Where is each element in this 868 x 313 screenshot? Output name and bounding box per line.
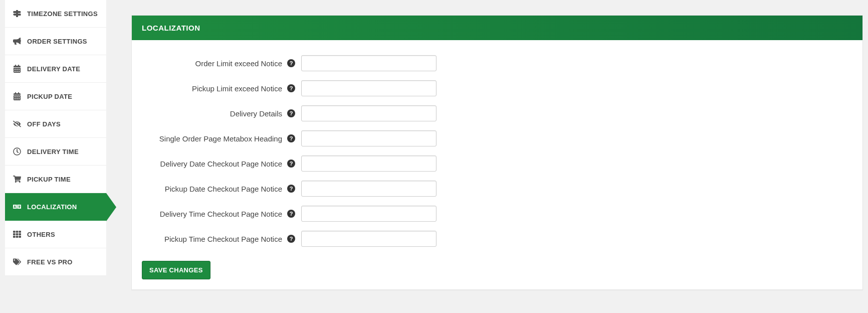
help-icon[interactable]: ? [287, 84, 295, 92]
delivery-details-input[interactable] [301, 105, 437, 121]
form-row-delivery-time-checkout-page-notice: Delivery Time Checkout Page Notice ? [142, 206, 852, 222]
sidebar-item-label: TIMEZONE SETTINGS [27, 10, 98, 18]
grid-icon [12, 230, 22, 238]
help-icon[interactable]: ? [287, 185, 295, 193]
help-icon[interactable]: ? [287, 59, 295, 67]
calendar-icon [12, 65, 22, 73]
sidebar-item-delivery-time[interactable]: DELIVERY TIME [5, 138, 106, 166]
field-label: Delivery Date Checkout Page Notice [142, 160, 287, 168]
single-order-page-metabox-heading-input[interactable] [301, 130, 437, 146]
help-icon[interactable]: ? [287, 235, 295, 243]
main-content: LOCALIZATION Order Limit exceed Notice ?… [106, 0, 863, 313]
save-changes-button[interactable]: SAVE CHANGES [142, 261, 210, 279]
settings-sidebar: TIMEZONE SETTINGS ORDER SETTINGS DELIVER… [5, 0, 106, 313]
sidebar-item-off-days[interactable]: OFF DAYS [5, 110, 106, 138]
order-limit-exceed-notice-input[interactable] [301, 55, 437, 71]
help-icon[interactable]: ? [287, 134, 295, 142]
language-icon [12, 203, 22, 211]
sidebar-item-order-settings[interactable]: ORDER SETTINGS [5, 28, 106, 55]
field-label: Pickup Limit exceed Notice [142, 84, 287, 93]
pickup-limit-exceed-notice-input[interactable] [301, 80, 437, 96]
field-label: Order Limit exceed Notice [142, 59, 287, 68]
form-row-delivery-date-checkout-page-notice: Delivery Date Checkout Page Notice ? [142, 155, 852, 172]
sidebar-item-label: ORDER SETTINGS [27, 38, 87, 45]
form-row-pickup-time-checkout-page-notice: Pickup Time Checkout Page Notice ? [142, 231, 852, 247]
field-label: Single Order Page Metabox Heading [142, 134, 287, 143]
help-icon[interactable]: ? [287, 160, 295, 168]
field-label: Pickup Time Checkout Page Notice [142, 235, 287, 243]
sidebar-item-label: DELIVERY DATE [27, 65, 80, 73]
clock-icon [12, 147, 22, 155]
bullhorn-icon [12, 37, 22, 45]
panel-title: LOCALIZATION [132, 16, 862, 40]
sidebar-item-label: LOCALIZATION [27, 203, 77, 211]
sidebar-item-pickup-date[interactable]: PICKUP DATE [5, 83, 106, 110]
eye-slash-icon [12, 120, 22, 128]
tags-icon [12, 258, 22, 266]
sidebar-item-label: PICKUP DATE [27, 93, 72, 100]
pickup-time-checkout-page-notice-input[interactable] [301, 231, 437, 247]
sidebar-item-pickup-time[interactable]: PICKUP TIME [5, 166, 106, 193]
help-icon[interactable]: ? [287, 210, 295, 218]
sidebar-item-label: PICKUP TIME [27, 176, 71, 183]
sidebar-item-free-vs-pro[interactable]: FREE VS PRO [5, 248, 106, 276]
form-row-pickup-limit-exceed-notice: Pickup Limit exceed Notice ? [142, 80, 852, 96]
sidebar-item-label: OFF DAYS [27, 120, 61, 128]
field-label: Delivery Details [142, 109, 287, 118]
delivery-date-checkout-page-notice-input[interactable] [301, 155, 437, 172]
form-row-order-limit-exceed-notice: Order Limit exceed Notice ? [142, 55, 852, 71]
field-label: Pickup Date Checkout Page Notice [142, 185, 287, 193]
sidebar-item-timezone-settings[interactable]: TIMEZONE SETTINGS [5, 0, 106, 28]
sidebar-item-label: DELIVERY TIME [27, 148, 79, 155]
sidebar-item-localization[interactable]: LOCALIZATION [5, 193, 106, 221]
sidebar-item-label: OTHERS [27, 231, 55, 238]
map-signs-icon [12, 10, 22, 18]
panel-body: Order Limit exceed Notice ? Pickup Limit… [132, 40, 862, 289]
sidebar-item-others[interactable]: OTHERS [5, 221, 106, 248]
delivery-time-checkout-page-notice-input[interactable] [301, 206, 437, 222]
form-row-pickup-date-checkout-page-notice: Pickup Date Checkout Page Notice ? [142, 181, 852, 197]
calendar-icon [12, 92, 22, 100]
pickup-date-checkout-page-notice-input[interactable] [301, 181, 437, 197]
field-label: Delivery Time Checkout Page Notice [142, 210, 287, 218]
localization-panel: LOCALIZATION Order Limit exceed Notice ?… [131, 15, 863, 290]
sidebar-item-delivery-date[interactable]: DELIVERY DATE [5, 55, 106, 83]
form-row-single-order-page-metabox-heading: Single Order Page Metabox Heading ? [142, 130, 852, 146]
sidebar-item-label: FREE VS PRO [27, 258, 73, 266]
help-icon[interactable]: ? [287, 109, 295, 117]
form-row-delivery-details: Delivery Details ? [142, 105, 852, 121]
cart-icon [12, 175, 22, 183]
